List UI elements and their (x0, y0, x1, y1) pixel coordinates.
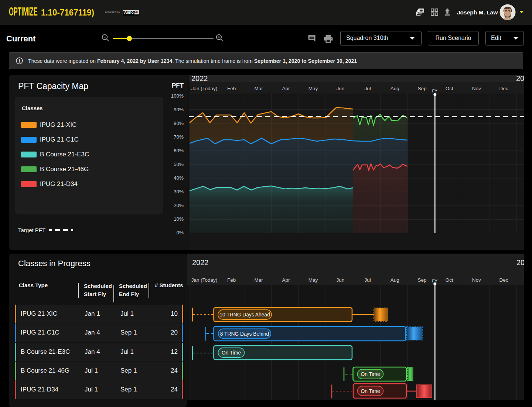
svg-text:On Time: On Time (361, 389, 380, 394)
svg-text:2022: 2022 (192, 258, 209, 267)
svg-text:2022: 2022 (191, 75, 208, 82)
svg-text:FY: FY (432, 89, 437, 93)
svg-text:May: May (308, 86, 318, 91)
svg-text:FY: FY (432, 279, 437, 283)
svg-text:10 TRNG Days Ahead: 10 TRNG Days Ahead (219, 312, 270, 318)
svg-text:Jan (Today): Jan (Today) (191, 277, 218, 283)
svg-text:Feb: Feb (227, 277, 236, 283)
svg-text:Feb: Feb (227, 86, 236, 91)
svg-text:Aug: Aug (391, 86, 399, 91)
svg-text:Jun: Jun (337, 86, 345, 91)
svg-text:Nov: Nov (472, 86, 481, 91)
svg-text:Dec: Dec (499, 277, 508, 283)
svg-text:Mar: Mar (255, 86, 263, 91)
svg-text:Apr: Apr (282, 86, 290, 91)
svg-text:On Time: On Time (222, 350, 241, 356)
svg-text:May: May (308, 277, 318, 283)
svg-text:Dec: Dec (499, 86, 508, 91)
svg-text:Apr: Apr (282, 277, 290, 283)
svg-text:On Time: On Time (361, 372, 380, 377)
svg-text:Jul: Jul (364, 86, 371, 91)
svg-text:Sep: Sep (417, 277, 426, 283)
svg-text:Jun: Jun (337, 277, 345, 283)
svg-text:Jul: Jul (364, 277, 371, 283)
svg-text:Sep: Sep (417, 86, 426, 91)
svg-text:Oct: Oct (446, 277, 453, 283)
svg-text:Nov: Nov (472, 277, 481, 283)
svg-text:Aug: Aug (391, 277, 399, 283)
svg-text:20: 20 (516, 75, 524, 82)
svg-text:Oct: Oct (446, 86, 453, 91)
svg-text:8 TRNG Days Behind: 8 TRNG Days Behind (220, 331, 269, 337)
svg-text:Jan (Today): Jan (Today) (191, 86, 218, 91)
svg-text:Mar: Mar (255, 277, 263, 283)
svg-text:20: 20 (516, 258, 524, 267)
